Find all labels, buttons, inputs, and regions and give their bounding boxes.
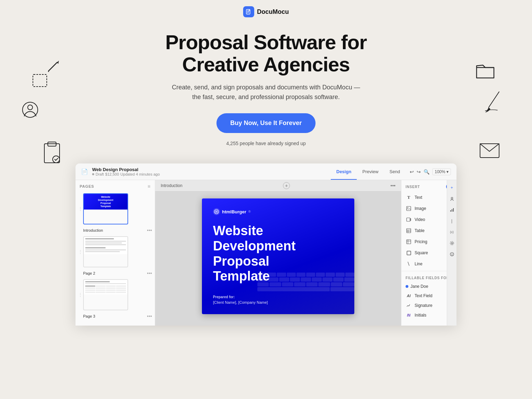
text-field-label: Text Field xyxy=(415,293,432,298)
doc-info: Web Design Proposal Draft $12,500 Update… xyxy=(92,167,327,176)
edge-cursor-icon[interactable]: | xyxy=(448,217,456,225)
page-thumb-2[interactable] xyxy=(83,236,128,267)
video-insert-icon xyxy=(406,216,412,223)
page-2-label-row: Page 2 ••• xyxy=(76,269,155,277)
edge-add-icon[interactable]: + xyxy=(448,184,456,192)
pen-icon xyxy=(484,90,504,114)
htmlburger-logo-icon xyxy=(213,208,220,215)
svg-rect-22 xyxy=(407,251,411,255)
svg-rect-25 xyxy=(452,209,452,212)
drag-handle-2: ⋮ xyxy=(78,249,82,254)
redo-button[interactable]: ↪ xyxy=(417,169,421,175)
svg-rect-15 xyxy=(407,229,411,233)
cta-button[interactable]: Buy Now, Use It Forever xyxy=(216,113,316,133)
canvas-more-button[interactable]: ••• xyxy=(390,183,396,188)
edge-user-icon[interactable] xyxy=(448,195,456,203)
edge-variable-icon[interactable]: (x) xyxy=(448,228,456,236)
selection-icon xyxy=(31,73,52,92)
canvas-toolbar: Introduction + ••• xyxy=(155,180,401,192)
text-insert-icon: T xyxy=(406,194,412,201)
page-1-label: Introduction xyxy=(83,228,103,232)
page-1-more[interactable]: ••• xyxy=(147,228,152,233)
video-insert-label: Video xyxy=(415,217,425,222)
pages-menu-icon[interactable]: ≡ xyxy=(148,184,151,189)
svg-point-31 xyxy=(452,253,452,254)
doc-status: Draft xyxy=(96,172,104,176)
page-3-item[interactable]: ⋮ xyxy=(76,277,155,312)
doc-price: $12,500 xyxy=(105,172,119,176)
app-titlebar: 📄 Web Design Proposal Draft $12,500 Upda… xyxy=(76,163,456,180)
brand-name: DocuMocu xyxy=(257,8,289,16)
svg-point-9 xyxy=(53,156,60,163)
doc-logo-name: htmlBurger xyxy=(222,209,246,214)
tab-send[interactable]: Send xyxy=(384,167,406,176)
main-canvas: Introduction + ••• xyxy=(155,180,401,326)
page-thumb-3[interactable] xyxy=(83,279,128,310)
page-1-item[interactable]: ⋮ WebsiteDevelopmentProposalTemplate xyxy=(76,191,155,227)
signature-label: Signature xyxy=(415,303,432,308)
doc-page: htmlBurger ® Website Development Proposa… xyxy=(202,198,354,314)
svg-point-23 xyxy=(451,197,453,199)
text-insert-label: Text xyxy=(415,195,422,200)
page-3-label: Page 3 xyxy=(83,314,95,318)
image-insert-icon xyxy=(406,205,412,212)
reg-mark: ® xyxy=(248,210,251,213)
page-2-label: Page 2 xyxy=(83,271,95,275)
document-icon: 📄 xyxy=(81,168,88,175)
canvas-area: htmlBurger ® Website Development Proposa… xyxy=(155,192,401,326)
app-tabs: Design Preview Send xyxy=(331,167,406,176)
hero-section: Proposal Software for Creative Agencies … xyxy=(0,21,532,153)
doc-updated: Updated 4 minutes ago xyxy=(121,172,160,176)
drag-handle-1: ⋮ xyxy=(78,206,82,211)
doc-logo: htmlBurger ® xyxy=(213,208,343,215)
edge-info-icon[interactable] xyxy=(448,250,456,258)
page-thumb-1[interactable]: WebsiteDevelopmentProposalTemplate xyxy=(83,193,128,224)
pages-sidebar: PAGES ≡ ⋮ WebsiteDevelopmentProposalTemp… xyxy=(76,180,155,326)
initials-label: Initials xyxy=(415,313,426,318)
svg-line-4 xyxy=(489,92,499,107)
edge-chart-icon[interactable] xyxy=(448,206,456,214)
pages-label: PAGES xyxy=(80,184,94,188)
hero-headline: Proposal Software for Creative Agencies xyxy=(7,31,525,76)
search-button[interactable]: 🔍 xyxy=(424,169,429,175)
line-insert-icon: / xyxy=(404,260,413,268)
social-proof: 4,255 people have already signed up xyxy=(7,141,525,146)
fillable-user-name: Jane Doe xyxy=(410,284,449,289)
tab-design[interactable]: Design xyxy=(331,167,357,176)
table-insert-icon xyxy=(406,228,412,234)
page-3-more[interactable]: ••• xyxy=(147,313,152,319)
svg-rect-2 xyxy=(33,74,47,87)
svg-point-27 xyxy=(451,242,453,244)
edge-settings-icon[interactable] xyxy=(448,239,456,247)
insert-sidebar: INSERT + T Text Image Video xyxy=(401,180,456,326)
add-section-button[interactable]: + xyxy=(283,182,290,189)
page-2-item[interactable]: ⋮ xyxy=(76,234,155,269)
zoom-control[interactable]: 100% ▾ xyxy=(432,168,451,175)
undo-button[interactable]: ↩ xyxy=(410,169,414,175)
page-2-more[interactable]: ••• xyxy=(147,271,152,276)
square-insert-label: Square xyxy=(415,250,428,255)
app-actions: ↩ ↪ 🔍 100% ▾ xyxy=(410,168,451,175)
image-insert-label: Image xyxy=(415,206,426,211)
table-insert-label: Table xyxy=(415,228,425,233)
svg-rect-19 xyxy=(407,240,411,244)
text-field-icon: AI xyxy=(406,294,412,298)
app-mockup: 📄 Web Design Proposal Draft $12,500 Upda… xyxy=(76,163,456,326)
insert-label: INSERT xyxy=(406,185,420,189)
svg-rect-7 xyxy=(44,144,60,163)
page-1-label-row: Introduction ••• xyxy=(76,227,155,234)
logo-icon xyxy=(243,6,254,17)
doc-title: Web Design Proposal xyxy=(92,167,327,172)
tab-preview[interactable]: Preview xyxy=(357,167,384,176)
pricing-table-insert-label: Pricing xyxy=(415,239,427,244)
status-dot xyxy=(92,173,94,175)
section-label: Introduction xyxy=(161,183,183,188)
doc-meta: Draft $12,500 Updated 4 minutes ago xyxy=(92,172,327,176)
page-3-label-row: Page 3 ••• xyxy=(76,312,155,320)
hero-subtitle: Create, send, and sign proposals and doc… xyxy=(169,82,363,103)
svg-point-28 xyxy=(450,241,454,245)
svg-rect-26 xyxy=(453,208,454,212)
edge-icon-strip: + | (x) xyxy=(447,180,456,326)
signature-icon xyxy=(406,303,412,308)
square-insert-icon xyxy=(406,250,412,256)
